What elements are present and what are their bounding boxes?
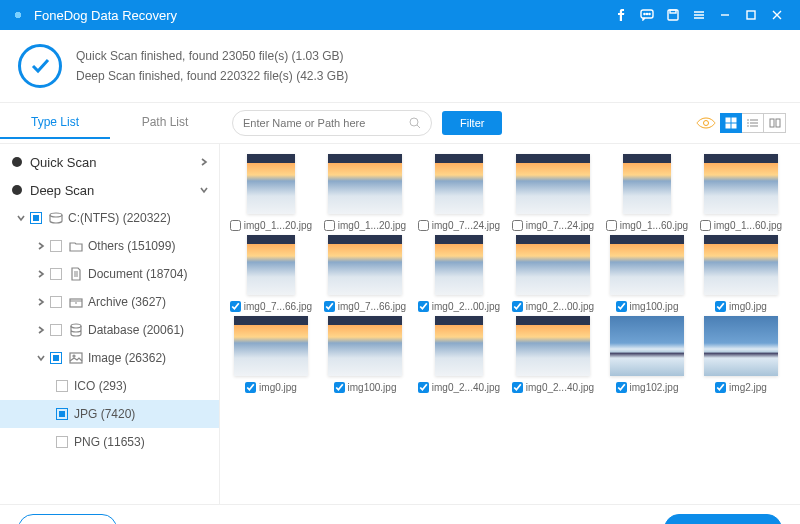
menu-icon[interactable]	[686, 4, 712, 26]
tree-image[interactable]: Image (26362)	[0, 344, 219, 372]
svg-point-15	[747, 125, 749, 127]
tree-png[interactable]: PNG (11653)	[0, 428, 219, 456]
file-card[interactable]: img0_1...60.jpg	[696, 154, 786, 231]
file-card[interactable]: img0_7...66.jpg	[320, 235, 410, 312]
file-name: img0.jpg	[729, 301, 767, 312]
file-checkbox[interactable]	[715, 382, 726, 393]
file-card[interactable]: img0_1...60.jpg	[602, 154, 692, 231]
chevron-right-icon[interactable]	[197, 158, 211, 166]
file-checkbox[interactable]	[324, 220, 335, 231]
tree-jpg[interactable]: JPG (7420)	[0, 400, 219, 428]
titlebar: FoneDog Data Recovery	[0, 0, 800, 30]
tree-archive[interactable]: Archive (3627)	[0, 288, 219, 316]
feedback-icon[interactable]	[634, 4, 660, 26]
file-checkbox[interactable]	[334, 382, 345, 393]
thumbnail[interactable]	[328, 235, 402, 295]
thumbnail[interactable]	[516, 316, 590, 376]
thumbnail[interactable]	[435, 235, 483, 295]
file-card[interactable]: img0.jpg	[696, 235, 786, 312]
file-card[interactable]: img0.jpg	[226, 316, 316, 393]
document-icon	[68, 267, 84, 281]
thumbnail[interactable]	[328, 316, 402, 376]
thumbnail[interactable]	[516, 235, 590, 295]
chevron-right-icon[interactable]	[34, 242, 48, 250]
file-name: img0_2...00.jpg	[526, 301, 594, 312]
close-icon[interactable]	[764, 4, 790, 26]
file-card[interactable]: img0_7...24.jpg	[508, 154, 598, 231]
filter-button[interactable]: Filter	[442, 111, 502, 135]
file-card[interactable]: img0_2...00.jpg	[414, 235, 504, 312]
file-checkbox[interactable]	[700, 220, 711, 231]
chevron-right-icon[interactable]	[34, 326, 48, 334]
file-card[interactable]: img0_2...00.jpg	[508, 235, 598, 312]
thumbnail[interactable]	[435, 154, 483, 214]
file-card[interactable]: img0_1...20.jpg	[320, 154, 410, 231]
file-card[interactable]: img100.jpg	[602, 235, 692, 312]
thumbnail[interactable]	[704, 154, 778, 214]
file-card[interactable]: img0_1...20.jpg	[226, 154, 316, 231]
thumbnail[interactable]	[610, 316, 684, 376]
chevron-down-icon[interactable]	[34, 354, 48, 362]
thumbnail[interactable]	[234, 316, 308, 376]
file-card[interactable]: img100.jpg	[320, 316, 410, 393]
file-checkbox[interactable]	[512, 220, 523, 231]
chevron-down-icon[interactable]	[197, 186, 211, 194]
file-card[interactable]: img0_7...24.jpg	[414, 154, 504, 231]
tab-type-list[interactable]: Type List	[0, 107, 110, 139]
file-checkbox[interactable]	[230, 220, 241, 231]
thumbnail[interactable]	[247, 154, 295, 214]
chevron-down-icon[interactable]	[14, 214, 28, 222]
file-checkbox[interactable]	[616, 382, 627, 393]
tree-others[interactable]: Others (151099)	[0, 232, 219, 260]
chevron-right-icon[interactable]	[34, 298, 48, 306]
recover-button[interactable]: Recover	[664, 514, 782, 525]
view-list-icon[interactable]	[742, 113, 764, 133]
file-card[interactable]: img0_2...40.jpg	[508, 316, 598, 393]
file-checkbox[interactable]	[606, 220, 617, 231]
tree-deep-scan[interactable]: Deep Scan	[0, 176, 219, 204]
chevron-right-icon[interactable]	[34, 270, 48, 278]
thumbnail[interactable]	[704, 316, 778, 376]
file-checkbox[interactable]	[512, 382, 523, 393]
thumbnail[interactable]	[247, 235, 295, 295]
thumbnail[interactable]	[435, 316, 483, 376]
file-card[interactable]: img102.jpg	[602, 316, 692, 393]
view-grid-icon[interactable]	[720, 113, 742, 133]
svg-rect-9	[726, 118, 730, 122]
file-checkbox[interactable]	[418, 220, 429, 231]
maximize-icon[interactable]	[738, 4, 764, 26]
preview-icon[interactable]	[696, 116, 716, 130]
view-detail-icon[interactable]	[764, 113, 786, 133]
tree-database[interactable]: Database (20061)	[0, 316, 219, 344]
search-input[interactable]	[243, 117, 409, 129]
thumbnail[interactable]	[623, 154, 671, 214]
tree-ico[interactable]: ICO (293)	[0, 372, 219, 400]
file-checkbox[interactable]	[324, 301, 335, 312]
file-checkbox[interactable]	[512, 301, 523, 312]
tree-document[interactable]: Document (18704)	[0, 260, 219, 288]
file-checkbox[interactable]	[715, 301, 726, 312]
file-checkbox[interactable]	[245, 382, 256, 393]
file-checkbox[interactable]	[230, 301, 241, 312]
file-name: img0_7...24.jpg	[526, 220, 594, 231]
file-checkbox[interactable]	[418, 301, 429, 312]
thumbnail[interactable]	[516, 154, 590, 214]
back-button[interactable]: Back	[18, 514, 117, 525]
tab-path-list[interactable]: Path List	[110, 107, 220, 139]
tree-quick-scan[interactable]: Quick Scan	[0, 148, 219, 176]
minimize-icon[interactable]	[712, 4, 738, 26]
save-icon[interactable]	[660, 4, 686, 26]
file-card[interactable]: img0_7...66.jpg	[226, 235, 316, 312]
file-checkbox[interactable]	[418, 382, 429, 393]
tree-drive[interactable]: C:(NTFS) (220322)	[0, 204, 219, 232]
thumbnail[interactable]	[704, 235, 778, 295]
file-card[interactable]: img2.jpg	[696, 316, 786, 393]
file-card[interactable]: img0_2...40.jpg	[414, 316, 504, 393]
facebook-icon[interactable]	[608, 4, 634, 26]
thumbnail[interactable]	[610, 235, 684, 295]
file-name: img0_7...24.jpg	[432, 220, 500, 231]
file-name: img102.jpg	[630, 382, 679, 393]
search-field[interactable]	[232, 110, 432, 136]
file-checkbox[interactable]	[616, 301, 627, 312]
thumbnail[interactable]	[328, 154, 402, 214]
